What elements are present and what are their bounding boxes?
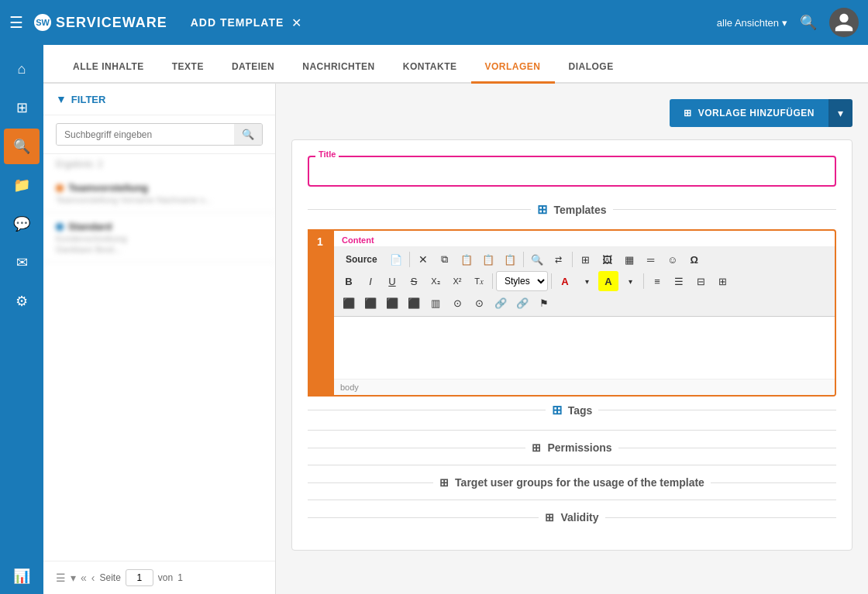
toolbar-sep2: [523, 252, 524, 267]
sidebar-item-settings[interactable]: ⚙: [4, 283, 40, 319]
toolbar-paste-text-btn[interactable]: 📋: [478, 249, 498, 270]
toolbar-paste-word-btn[interactable]: 📋: [500, 249, 520, 270]
item-subtitle: Teamvorstellung Vorname Nachname s...: [56, 195, 263, 204]
toolbar-unlink-btn[interactable]: 🔗: [512, 293, 532, 313]
toolbar-spell-btn[interactable]: ⊙: [447, 293, 467, 313]
source-button[interactable]: Source: [339, 249, 384, 270]
toolbar-link-btn[interactable]: 🔗: [491, 293, 511, 313]
list-item[interactable]: Teamvorstellung Teamvorstellung Vorname …: [43, 174, 275, 213]
search-icon[interactable]: 🔍: [800, 14, 817, 31]
tags-plus-icon[interactable]: ⊞: [552, 403, 562, 417]
toolbar-font-color-dropdown[interactable]: ▾: [577, 271, 597, 291]
tab-dialoge[interactable]: DIALOGE: [555, 52, 628, 84]
add-template-label: VORLAGE HINZUFÜGEN: [698, 108, 815, 118]
toolbar-superscript-btn[interactable]: X²: [447, 271, 467, 291]
permissions-plus-icon[interactable]: ⊞: [532, 441, 541, 454]
toolbar-subscript-btn[interactable]: X₂: [425, 271, 446, 291]
tab-dateien[interactable]: DATEIEN: [218, 52, 288, 84]
search-input[interactable]: [57, 125, 234, 145]
tab-nachrichten[interactable]: NACHRICHTEN: [288, 52, 389, 84]
toolbar-outdent-btn[interactable]: ⊞: [712, 271, 732, 291]
toolbar-copy-btn[interactable]: ⧉: [435, 249, 455, 270]
toolbar-underline-btn[interactable]: U: [382, 271, 402, 291]
sidebar-item-chart[interactable]: 📊: [4, 558, 40, 594]
toolbar-removeformat-btn[interactable]: T𝑥: [469, 271, 489, 291]
toolbar-special-char-btn[interactable]: Ω: [684, 249, 704, 270]
permissions-header[interactable]: ⊞ Permissions: [308, 441, 836, 454]
top-nav-right: alle Ansichten ▾ 🔍: [717, 8, 859, 37]
toolbar-grid-btn[interactable]: ▦: [619, 249, 639, 270]
target-groups-header[interactable]: ⊞ Target user groups for the usage of th…: [308, 476, 836, 489]
toolbar-show-blocks-btn[interactable]: ▥: [425, 293, 446, 313]
pagination-first-button[interactable]: «: [81, 572, 87, 584]
title-input[interactable]: [308, 156, 836, 187]
toolbar-image-btn[interactable]: 🖼: [598, 249, 618, 270]
tags-line-left: [308, 410, 546, 410]
toolbar-cut-btn[interactable]: ✕: [413, 249, 433, 270]
list-items: Teamvorstellung Teamvorstellung Vorname …: [43, 174, 275, 561]
toolbar-find-btn[interactable]: 🔍: [527, 249, 547, 270]
page-total: 1: [177, 572, 183, 583]
sidebar: ⌂ ⊞ 🔍 📁 💬 ✉ ⚙ 📊: [0, 45, 43, 594]
toolbar-preview-btn[interactable]: 📄: [386, 249, 406, 270]
sidebar-item-grid[interactable]: ⊞: [4, 90, 40, 125]
validity-header[interactable]: ⊞ Validity: [308, 511, 836, 524]
toolbar-align-right-btn[interactable]: ⬛: [382, 293, 402, 313]
templates-plus-icon[interactable]: ⊞: [537, 202, 547, 217]
template-block: 1 Content Source 📄: [308, 229, 836, 397]
toolbar-align-justify-btn[interactable]: ⬛: [404, 293, 424, 313]
toolbar-bold-btn[interactable]: B: [339, 271, 359, 291]
toolbar-indent-btn[interactable]: ⊟: [691, 271, 711, 291]
toolbar-ol-btn[interactable]: ≡: [647, 271, 667, 291]
toolbar-font-color-btn[interactable]: A: [555, 271, 575, 291]
toolbar-sep5: [551, 273, 552, 289]
toolbar-italic-btn[interactable]: I: [360, 271, 381, 291]
toolbar-hr-btn[interactable]: ═: [641, 249, 661, 270]
tab-vorlagen[interactable]: VORLAGEN: [471, 52, 555, 84]
toolbar-bg-color-btn[interactable]: A: [598, 271, 618, 291]
chevron-down-icon: ▾: [782, 17, 787, 29]
add-template-dropdown-button[interactable]: ▾: [828, 99, 852, 127]
toolbar-paste-btn[interactable]: 📋: [456, 249, 477, 270]
pagination-prev-button[interactable]: ‹: [91, 572, 95, 584]
sidebar-item-home[interactable]: ⌂: [4, 51, 40, 87]
search-submit-icon[interactable]: 🔍: [234, 124, 262, 145]
tab-alle-inhalte[interactable]: ALLE INHALTE: [59, 52, 158, 84]
sidebar-item-search[interactable]: 🔍: [4, 129, 40, 164]
add-template-icon: ⊞: [684, 108, 692, 118]
editor-body[interactable]: [334, 317, 835, 379]
views-dropdown[interactable]: alle Ansichten ▾: [717, 17, 787, 29]
filter-button[interactable]: ▼ FILTER: [56, 93, 105, 105]
pagination-menu-button[interactable]: ☰: [56, 572, 66, 584]
sidebar-item-mail[interactable]: ✉: [4, 245, 40, 280]
toolbar-replace-btn[interactable]: ⇄: [549, 249, 569, 270]
close-tab-icon[interactable]: ✕: [291, 15, 301, 30]
template-block-number: 1: [308, 229, 332, 397]
editor-toolbar: Source 📄 ✕ ⧉ 📋 📋 📋 🔍: [334, 246, 835, 317]
toolbar-bg-color-dropdown[interactable]: ▾: [620, 271, 640, 291]
filter-label: FILTER: [71, 94, 106, 105]
page-input[interactable]: [126, 569, 153, 586]
toolbar-wiki-btn[interactable]: ⊙: [469, 293, 489, 313]
list-item[interactable]: Standard Kundenschreibung Dankbare Besit…: [43, 213, 275, 263]
toolbar-smiley-btn[interactable]: ☺: [663, 249, 683, 270]
hamburger-menu[interactable]: ☰: [9, 13, 23, 32]
add-template-button[interactable]: ⊞ VORLAGE HINZUFÜGEN: [670, 99, 828, 127]
pagination-menu-dropdown[interactable]: ▾: [71, 572, 76, 584]
styles-select[interactable]: Styles: [496, 271, 548, 291]
sidebar-item-chat[interactable]: 💬: [4, 206, 40, 242]
toolbar-strike-btn[interactable]: S: [404, 271, 424, 291]
toolbar-align-left-btn[interactable]: ⬛: [339, 293, 359, 313]
validity-plus-icon[interactable]: ⊞: [545, 511, 554, 524]
right-panel: ⊞ VORLAGE HINZUFÜGEN ▾ Title ⊞: [276, 84, 868, 594]
toolbar-flag-btn[interactable]: ⚑: [534, 293, 554, 313]
target-groups-plus-icon[interactable]: ⊞: [439, 476, 449, 489]
tab-kontakte[interactable]: KONTAKTE: [389, 52, 471, 84]
section-line-left: [308, 209, 531, 210]
toolbar-table-btn[interactable]: ⊞: [576, 249, 596, 270]
sidebar-item-folder[interactable]: 📁: [4, 167, 40, 203]
toolbar-align-center-btn[interactable]: ⬛: [360, 293, 381, 313]
user-avatar[interactable]: [829, 8, 859, 37]
toolbar-ul-btn[interactable]: ☰: [669, 271, 689, 291]
tab-texte[interactable]: TEXTE: [158, 52, 218, 84]
